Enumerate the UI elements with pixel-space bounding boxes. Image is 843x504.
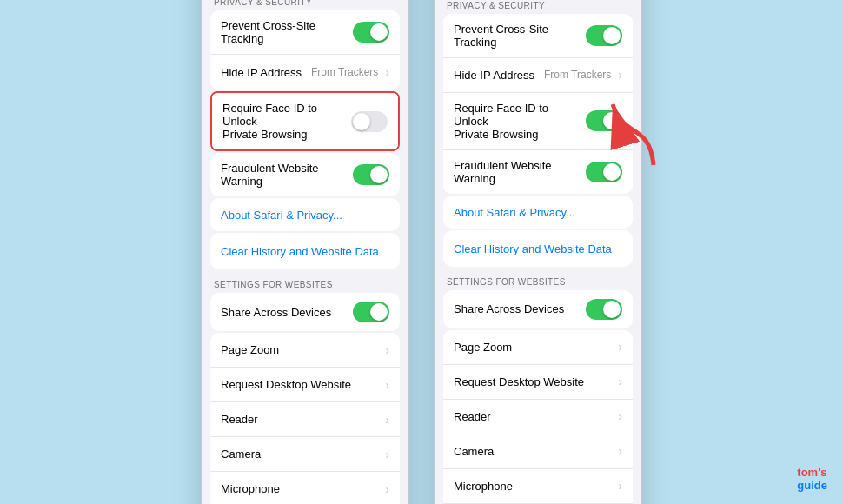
face-id-label-group-2: Require Face ID to Unlock Private Browsi… [454,102,586,141]
websites-header-2: SETTINGS FOR WEBSITES [435,269,641,290]
watermark: tom's guide [797,466,827,492]
face-id-label-1: Require Face ID to Unlock [222,102,351,128]
face-id-toggle-2[interactable] [586,110,622,131]
menu-card-2: Page Zoom › Request Desktop Website › Re… [443,330,633,505]
row-camera-2[interactable]: Camera › [443,434,633,469]
page-zoom-chevron-1: › [385,343,389,357]
about-safari-link-1[interactable]: About Safari & Privacy... [210,198,400,231]
row-cross-site-tracking-1: Prevent Cross-Site Tracking [210,10,400,55]
row-share-devices-2: Share Across Devices [443,290,633,328]
clear-history-row-2[interactable]: Clear History and Website Data [443,230,633,267]
hide-ip-value-2: From Trackers [544,69,611,81]
microphone-chevron-2: › [618,479,622,493]
websites-card-2: Share Across Devices [443,290,633,328]
row-desktop-site-1[interactable]: Request Desktop Website › [210,368,400,402]
page-zoom-chevron-2: › [618,340,622,354]
camera-label-2: Camera [454,445,614,458]
row-microphone-1[interactable]: Microphone › [210,472,400,504]
fraud-toggle-1[interactable] [353,164,389,185]
page-zoom-label-1: Page Zoom [221,343,382,356]
row-desktop-site-2[interactable]: Request Desktop Website › [443,365,633,400]
face-id-highlighted-row-1: Require Face ID to Unlock Private Browsi… [210,91,400,151]
row-page-zoom-2[interactable]: Page Zoom › [443,330,633,365]
row-reader-2[interactable]: Reader › [443,400,633,434]
clear-history-text-2: Clear History and Website Data [454,242,612,255]
row-microphone-2[interactable]: Microphone › [443,469,633,504]
about-safari-text-2: About Safari & Privacy... [454,206,575,219]
row-camera-1[interactable]: Camera › [210,437,400,472]
row-hide-ip-2[interactable]: Hide IP Address From Trackers › [443,58,633,93]
desktop-site-chevron-2: › [618,375,622,388]
face-id-label-2: Private Browsing [222,128,351,141]
row-page-zoom-1[interactable]: Page Zoom › [210,333,400,368]
privacy-header-2: PRIVACY & SECURITY [435,0,641,14]
watermark-text2: guide [797,479,827,492]
fraud-card-1: Fraudulent Website Warning [210,153,400,196]
reader-label-1: Reader [221,413,382,426]
camera-label-1: Camera [221,448,382,461]
menu-card-1: Page Zoom › Request Desktop Website › Re… [210,333,400,504]
cross-site-label-2: Prevent Cross-Site Tracking [454,23,586,49]
content-2: PRIVACY & SECURITY Prevent Cross-Site Tr… [435,0,641,504]
cross-site-toggle-1[interactable] [353,22,389,43]
hide-ip-label-1: Hide IP Address [221,66,311,79]
face-id-label-2a: Require Face ID to Unlock [454,102,586,128]
row-cross-site-tracking-2: Prevent Cross-Site Tracking [443,14,633,58]
row-fraud-1: Fraudulent Website Warning [210,153,400,196]
watermark-text1: tom's [797,466,826,479]
share-label-2: Share Across Devices [454,302,586,315]
row-reader-1[interactable]: Reader › [210,402,400,437]
clear-history-row-1[interactable]: Clear History and Website Data [210,233,400,269]
share-label-1: Share Across Devices [221,306,353,319]
fraud-label-1: Fraudulent Website Warning [221,162,353,188]
clear-history-text-1: Clear History and Website Data [221,245,379,258]
microphone-label-1: Microphone [221,482,382,495]
desktop-site-chevron-1: › [385,378,389,392]
about-safari-text-1: About Safari & Privacy... [221,209,342,222]
row-face-id-2: Require Face ID to Unlock Private Browsi… [443,93,633,150]
about-safari-link-2[interactable]: About Safari & Privacy... [443,196,633,229]
reader-chevron-1: › [385,413,389,427]
reader-label-2: Reader [454,410,614,423]
fraud-label-2: Fraudulent Website Warning [454,159,586,185]
camera-chevron-2: › [618,444,622,458]
row-fraud-2: Fraudulent Website Warning [443,150,633,194]
hide-ip-value-1: From Trackers [311,66,378,78]
hide-ip-chevron-1: › [385,65,389,79]
phone-2-wrapper: 11:01 SOS ▾ ▮▮▮ ‹ Settings Safari PRIVAC… [434,0,642,504]
row-hide-ip-1[interactable]: Hide IP Address From Trackers › [210,55,400,90]
fraud-toggle-2[interactable] [586,162,622,182]
content-1: PRIVACY & SECURITY Prevent Cross-Site Tr… [202,0,408,504]
privacy-card-1: Prevent Cross-Site Tracking Hide IP Addr… [210,10,400,90]
cross-site-toggle-2[interactable] [586,25,622,46]
share-toggle-2[interactable] [586,299,622,320]
phone-1: 11:01 SOS ▾ ▮▮▮ ‹ Settings Safari PRIVAC… [201,0,409,504]
websites-card-1: Share Across Devices [210,293,400,331]
share-toggle-1[interactable] [353,302,389,322]
desktop-site-label-1: Request Desktop Website [221,378,382,391]
websites-header-1: SETTINGS FOR WEBSITES [202,271,408,293]
hide-ip-label-2: Hide IP Address [454,69,544,82]
privacy-card-2: Prevent Cross-Site Tracking Hide IP Addr… [443,14,633,194]
row-share-devices-1: Share Across Devices [210,293,400,331]
face-id-label-2b: Private Browsing [454,128,586,141]
camera-chevron-1: › [385,448,389,461]
reader-chevron-2: › [618,409,622,423]
face-id-label-group-1: Require Face ID to Unlock Private Browsi… [222,102,351,141]
page-zoom-label-2: Page Zoom [454,341,614,354]
desktop-site-label-2: Request Desktop Website [454,375,614,388]
row-face-id-1: Require Face ID to Unlock Private Browsi… [212,93,398,149]
microphone-label-2: Microphone [454,480,614,493]
microphone-chevron-1: › [385,482,389,496]
cross-site-label-1: Prevent Cross-Site Tracking [221,19,353,45]
face-id-toggle-1[interactable] [351,111,388,132]
privacy-header-1: PRIVACY & SECURITY [202,0,408,10]
hide-ip-chevron-2: › [618,68,622,82]
phone-2: 11:01 SOS ▾ ▮▮▮ ‹ Settings Safari PRIVAC… [434,0,642,504]
